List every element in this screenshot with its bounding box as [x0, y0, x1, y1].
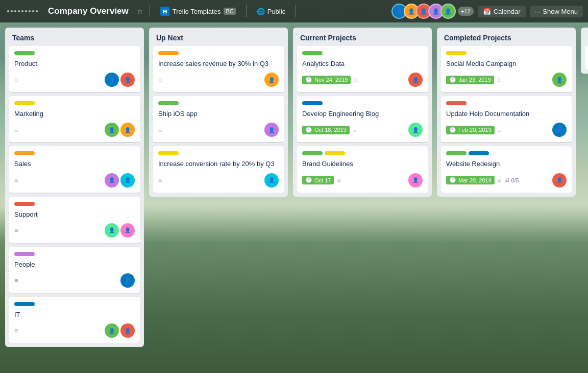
card-avatars-website-redesign: 👤 — [552, 173, 567, 188]
card-avatar-it-1[interactable]: 👤 — [120, 323, 135, 338]
card-footer-product: ≡👤👤 — [14, 73, 135, 87]
card-labels-increase-sales — [158, 51, 279, 55]
visibility-button[interactable]: 🌐 Public — [253, 6, 289, 17]
card-title-marketing: Marketing — [14, 109, 135, 119]
label-blue — [14, 302, 35, 306]
card-engineering-blog[interactable]: Develop Engineering Blog🕐 Oct 18, 2019≡👤 — [297, 96, 428, 142]
workspace-button[interactable]: ⊞ Trello Templates BC — [156, 5, 240, 18]
card-it[interactable]: IT≡👤👤 — [9, 297, 140, 343]
card-marketing[interactable]: Marketing≡👤👤 — [9, 96, 140, 142]
date-badge-website-redesign: 🕐 Mar 20, 2019 — [446, 176, 495, 184]
clock-icon: 🕐 — [449, 77, 456, 83]
card-support[interactable]: Support≡👤👤 — [9, 197, 140, 243]
card-footer-engineering-blog: 🕐 Oct 18, 2019≡👤 — [302, 123, 423, 137]
card-avatar-product-1[interactable]: 👤 — [120, 73, 135, 87]
card-avatar-ship-ios-0[interactable]: 👤 — [264, 123, 279, 137]
grid-menu-button[interactable] — [5, 8, 40, 14]
card-brand-guidelines[interactable]: Brand Guidelines🕐 Oct 17≡👤 — [297, 146, 428, 192]
card-meta-brand-guidelines: 🕐 Oct 17≡ — [302, 176, 341, 184]
card-title-increase-sales: Increase sales revenue by 30% in Q3 — [158, 59, 279, 68]
column-backlog: B...B... C... re... — [581, 28, 588, 74]
card-avatar-increase-sales-0[interactable]: 👤 — [264, 73, 279, 87]
card-avatar-it-0[interactable]: 👤 — [105, 323, 119, 338]
clock-icon: 🕐 — [305, 177, 312, 183]
card-title-it: IT — [14, 310, 135, 319]
card-title-people: People — [14, 260, 135, 269]
card-increase-conversion[interactable]: Increase conversion rate by 20% by Q3≡👤 — [153, 146, 284, 192]
card-avatar-update-help-0[interactable]: 👤 — [552, 123, 567, 137]
label-orange — [14, 151, 35, 155]
avatar-overflow-count[interactable]: +12 — [458, 7, 474, 16]
card-avatar-product-0[interactable]: 👤 — [105, 73, 119, 87]
card-avatar-sales-0[interactable]: 👤 — [105, 173, 119, 188]
card-title-analytics-data: Analytics Data — [302, 59, 423, 68]
card-avatar-support-1[interactable]: 👤 — [120, 223, 135, 238]
card-avatar-marketing-0[interactable]: 👤 — [105, 123, 119, 137]
label-blue — [302, 101, 323, 105]
card-people[interactable]: People≡👤 — [9, 247, 140, 293]
label-red — [446, 101, 467, 105]
card-meta-product: ≡ — [14, 76, 18, 84]
card-avatar-sales-1[interactable]: 👤 — [120, 173, 135, 188]
card-social-media[interactable]: Social Media Campaign🕐 Jan 23, 2019≡👤 — [441, 46, 572, 92]
card-title-increase-conversion: Increase conversion rate by 20% by Q3 — [158, 159, 279, 169]
card-avatars-support: 👤👤 — [105, 223, 135, 238]
date-badge-analytics-data: 🕐 Nov 24, 2019 — [302, 76, 351, 84]
card-avatars-sales: 👤👤 — [105, 173, 135, 188]
star-icon[interactable]: ☆ — [137, 7, 143, 15]
desc-icon-it: ≡ — [14, 327, 18, 335]
card-meta-increase-conversion: ≡ — [158, 176, 162, 184]
show-menu-button[interactable]: ··· Show Menu — [530, 6, 583, 17]
column-current-projects: Current ProjectsAnalytics Data🕐 Nov 24, … — [293, 28, 432, 197]
card-avatar-social-media-0[interactable]: 👤 — [552, 73, 567, 87]
label-green — [158, 101, 179, 105]
calendar-button[interactable]: 📅 Calendar — [478, 6, 526, 17]
cards-container-current-projects: Analytics Data🕐 Nov 24, 2019≡👤Develop En… — [297, 46, 428, 193]
card-labels-people — [14, 252, 135, 256]
card-avatar-support-0[interactable]: 👤 — [105, 223, 119, 238]
card-avatars-update-help: 👤 — [552, 123, 567, 137]
card-footer-social-media: 🕐 Jan 23, 2019≡👤 — [446, 73, 567, 87]
globe-icon: 🌐 — [257, 8, 265, 15]
card-avatar-website-redesign-0[interactable]: 👤 — [552, 173, 567, 188]
label-yellow — [14, 101, 35, 105]
desc-icon-people: ≡ — [14, 276, 18, 284]
card-avatar-increase-conversion-0[interactable]: 👤 — [264, 173, 279, 188]
cards-container-completed-projects: Social Media Campaign🕐 Jan 23, 2019≡👤Upd… — [441, 46, 572, 193]
desc-icon-engineering-blog: ≡ — [353, 126, 357, 134]
card-sales[interactable]: Sales≡👤👤 — [9, 146, 140, 192]
label-green — [302, 51, 323, 55]
card-analytics-data[interactable]: Analytics Data🕐 Nov 24, 2019≡👤 — [297, 46, 428, 92]
visibility-label: Public — [267, 8, 285, 15]
card-avatar-marketing-1[interactable]: 👤 — [120, 123, 135, 137]
label-green — [14, 51, 35, 55]
card-labels-sales — [14, 151, 135, 155]
card-avatar-people-0[interactable]: 👤 — [120, 273, 135, 288]
card-product[interactable]: Product≡👤👤 — [9, 46, 140, 92]
card-labels-it — [14, 302, 135, 306]
card-labels-analytics-data — [302, 51, 423, 55]
clock-icon: 🕐 — [305, 127, 312, 133]
card-footer-marketing: ≡👤👤 — [14, 123, 135, 137]
date-badge-update-help: 🕐 Feb 20, 2019 — [446, 126, 495, 134]
card-title-update-help: Update Help Documentation — [446, 109, 567, 119]
card-update-help[interactable]: Update Help Documentation🕐 Feb 20, 2019≡… — [441, 96, 572, 142]
card-avatar-analytics-data-0[interactable]: 👤 — [408, 73, 423, 87]
card-increase-sales[interactable]: Increase sales revenue by 30% in Q3≡👤 — [153, 46, 284, 92]
card-avatar-engineering-blog-0[interactable]: 👤 — [408, 123, 423, 137]
card-meta-analytics-data: 🕐 Nov 24, 2019≡ — [302, 76, 358, 84]
card-backlog-1[interactable]: B... C... re... — [585, 46, 588, 69]
card-website-redesign[interactable]: Website Redesign🕐 Mar 20, 2019≡☑ 0/5👤 — [441, 146, 572, 192]
card-avatar-brand-guidelines-0[interactable]: 👤 — [408, 173, 423, 188]
card-labels-support — [14, 202, 135, 206]
card-footer-it: ≡👤👤 — [14, 323, 135, 338]
workspace-icon: ⊞ — [160, 7, 169, 16]
checklist-icon: ☑ — [504, 177, 509, 183]
card-ship-ios[interactable]: Ship iOS app≡👤 — [153, 96, 284, 142]
date-badge-social-media: 🕐 Jan 23, 2019 — [446, 76, 494, 84]
avatar-5[interactable]: 👤 — [440, 4, 456, 19]
label-red — [14, 202, 35, 206]
card-labels-social-media — [446, 51, 567, 55]
card-labels-increase-conversion — [158, 151, 279, 155]
card-labels-website-redesign — [446, 151, 567, 155]
